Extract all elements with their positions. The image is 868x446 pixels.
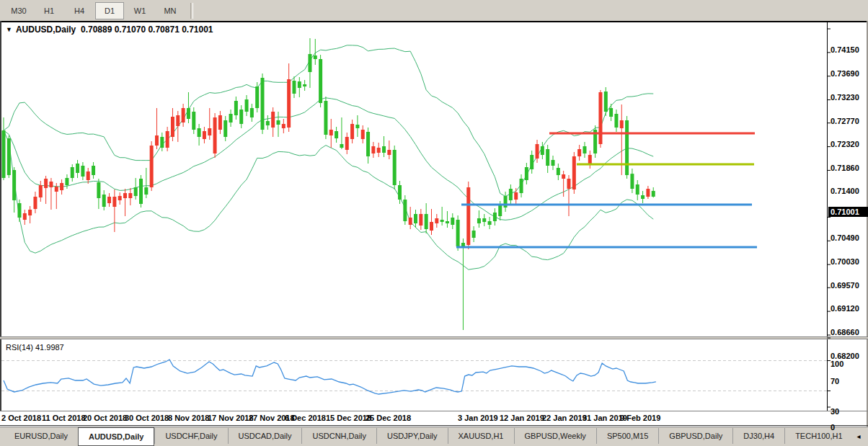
time-axis-label: 25 Dec 2018 <box>366 414 411 422</box>
chevron-down-icon[interactable]: ▼ <box>6 26 12 33</box>
chart-canvas[interactable] <box>0 21 868 427</box>
rsi-axis-label: 100 <box>831 360 859 368</box>
ohlc-high: 0.71070 <box>115 24 146 35</box>
time-axis-label: 30 Oct 2018 <box>125 414 169 422</box>
symbol-label: AUDUSD,Daily <box>16 24 76 35</box>
chart-tab-bar: EURUSD,DailyAUDUSD,DailyUSDCHF,DailyUSDC… <box>0 427 868 446</box>
timeframe-button-h4[interactable]: H4 <box>65 2 94 19</box>
time-axis-label: 11 Oct 2018 <box>42 414 86 422</box>
time-axis-label: 22 Jan 2019 <box>542 414 587 422</box>
price-axis-label: 0.73690 <box>831 69 868 78</box>
chart-tab-usdchf-daily[interactable]: USDCHF,Daily <box>154 428 227 444</box>
chart-tab-usdcad-daily[interactable]: USDCAD,Daily <box>228 428 302 444</box>
price-axis-label: 0.72770 <box>831 117 868 125</box>
rsi-axis-label: 30 <box>831 407 859 416</box>
trading-terminal: M30H1H4D1W1MN ▼AUDUSD,Daily 0.70889 0.71… <box>0 0 868 446</box>
timeframe-button-m30[interactable]: M30 <box>4 2 33 19</box>
timeframe-toolbar: M30H1H4D1W1MN <box>0 0 868 21</box>
time-axis-label: 15 Dec 2018 <box>326 414 371 422</box>
tab-scroll-left-icon[interactable]: ◂ <box>853 432 865 440</box>
time-axis-label: 20 Oct 2018 <box>83 414 127 422</box>
rsi-indicator-title: RSI(14) 41.9987 <box>6 343 64 352</box>
chart-tab-usdcnh-daily[interactable]: USDCNH,Daily <box>301 428 376 444</box>
price-axis-label: 0.72320 <box>831 140 868 148</box>
time-axis-label: 6 Dec 2018 <box>285 414 326 422</box>
rsi-label: RSI(14) <box>6 343 33 352</box>
timeframe-button-mn[interactable]: MN <box>156 2 185 19</box>
price-axis-label: 0.69120 <box>831 304 868 313</box>
chart-tab-audusd-daily[interactable]: AUDUSD,Daily <box>78 427 154 446</box>
chart-tab-eurusd-daily[interactable]: EURUSD,Daily <box>4 428 78 444</box>
chart-tab-sp500-m15[interactable]: SP500,M15 <box>596 428 658 444</box>
price-axis-label: 0.70490 <box>831 233 868 242</box>
rsi-axis-label: 70 <box>831 377 859 385</box>
price-axis-label: 0.69570 <box>831 281 868 290</box>
time-axis-label: 12 Jan 2019 <box>500 414 544 422</box>
timeframe-button-h1[interactable]: H1 <box>35 2 63 19</box>
rsi-axis-label: 0 <box>831 423 859 432</box>
chart-symbol-title: ▼AUDUSD,Daily 0.70889 0.71070 0.70871 0.… <box>6 24 213 35</box>
chart-tab-gbpusd-weekly[interactable]: GBPUSD,Weekly <box>514 428 596 444</box>
time-axis-label: 8 Nov 2018 <box>168 414 209 422</box>
price-axis-label: 0.68660 <box>831 328 868 336</box>
toolbar-separator <box>190 3 193 19</box>
timeframe-button-w1[interactable]: W1 <box>125 2 154 19</box>
chart-tab-gbpusd-daily[interactable]: GBPUSD,Daily <box>658 428 732 444</box>
price-axis-label: 0.73230 <box>831 93 868 102</box>
ohlc-low: 0.70871 <box>148 24 179 35</box>
tab-scroll-right-icon[interactable]: ▸ <box>865 432 868 440</box>
chart-tab-dj30-h4[interactable]: DJ30,H4 <box>732 428 784 444</box>
chart-tab-usdjpy-daily[interactable]: USDJPY,Daily <box>376 428 448 444</box>
chart-tab-xauusd-h1[interactable]: XAUUSD,H1 <box>448 428 514 444</box>
timeframe-button-d1[interactable]: D1 <box>95 2 124 19</box>
time-axis-label: 3 Jan 2019 <box>458 414 498 422</box>
price-axis-label: 0.70030 <box>831 257 868 266</box>
price-axis-label: 0.71400 <box>831 187 868 195</box>
rsi-value: 41.9987 <box>35 343 64 352</box>
time-axis-label: 2 Oct 2018 <box>1 414 41 422</box>
ohlc-open: 0.70889 <box>81 24 112 35</box>
ohlc-close: 0.71001 <box>182 24 213 35</box>
price-axis-label: 0.74150 <box>831 45 868 54</box>
price-axis-label: 0.71860 <box>831 164 868 172</box>
current-price-badge: 0.71001 <box>828 207 868 217</box>
time-axis-label: 9 Feb 2019 <box>620 414 660 422</box>
time-axis-label: 17 Nov 2018 <box>208 414 254 422</box>
